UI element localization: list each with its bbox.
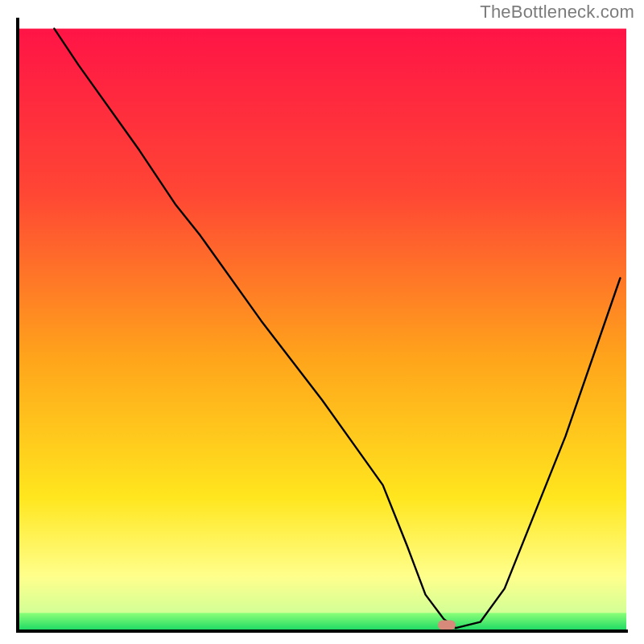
bottleneck-chart [0, 0, 644, 644]
chart-frame: TheBottleneck.com [0, 0, 644, 644]
svg-rect-0 [18, 29, 626, 194]
watermark-text: TheBottleneck.com [480, 2, 634, 23]
svg-rect-4 [18, 576, 626, 613]
svg-rect-1 [18, 193, 626, 358]
svg-rect-3 [18, 497, 626, 577]
bottleneck-marker [438, 620, 456, 630]
svg-rect-5 [18, 613, 626, 631]
svg-rect-2 [18, 357, 626, 497]
